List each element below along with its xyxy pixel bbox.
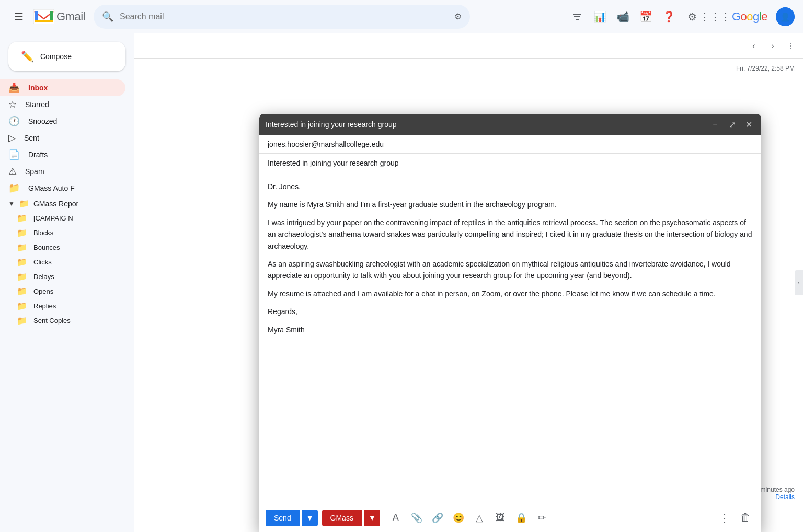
compose-window: Interested in joining your research grou… xyxy=(259,114,761,532)
compose-body: jones.hoosier@marshallcollege.edu Intere… xyxy=(259,135,761,532)
folder-icon-gmass-reports: 📁 xyxy=(19,199,29,209)
sidebar-item-starred[interactable]: ☆ Starred xyxy=(0,96,125,113)
gmail-logo: Gmail xyxy=(33,9,85,24)
sidebar-sub-item-sent-copies[interactable]: 📁 Sent Copies xyxy=(0,313,125,328)
sidebar-item-inbox-label: Inbox xyxy=(28,84,48,92)
pen-icon: ✏ xyxy=(538,512,546,524)
sidebar-sub-item-replies[interactable]: 📁 Replies xyxy=(0,298,125,313)
compose-content[interactable]: Dr. Jones, My name is Myra Smith and I'm… xyxy=(259,172,761,503)
format-text-button[interactable]: A xyxy=(386,508,405,527)
search-bar[interactable]: 🔍 ⚙ xyxy=(94,5,470,29)
folder-icon-delays: 📁 xyxy=(17,272,27,282)
sidebar-item-inbox[interactable]: 📥 Inbox xyxy=(0,79,125,96)
folder-icon-opens: 📁 xyxy=(17,286,27,296)
spreadsheet-icon[interactable]: 📊 xyxy=(590,6,611,27)
settings-filter-icon[interactable] xyxy=(567,6,588,27)
help-icon[interactable]: ❓ xyxy=(659,6,680,27)
send-button[interactable]: Send xyxy=(266,510,300,526)
star-icon: ☆ xyxy=(8,99,17,110)
sidebar-sub-item-clicks[interactable]: 📁 Clicks xyxy=(0,255,125,269)
insert-link-button[interactable]: 🔗 xyxy=(428,508,447,527)
gmass-button[interactable]: GMass xyxy=(322,510,362,526)
close-compose-button[interactable]: ✕ xyxy=(742,118,755,131)
sidebar-sub-item-bounces[interactable]: 📁 Bounces xyxy=(0,240,125,255)
sidebar-item-sent[interactable]: ▷ Sent xyxy=(0,130,125,146)
svg-rect-6 xyxy=(576,19,579,20)
view-options-icon[interactable]: ⋮ xyxy=(787,42,795,50)
insert-emoji-button[interactable]: 😊 xyxy=(449,508,468,527)
compose-toolbar: Send ▼ GMass ▼ A 📎 🔗 😊 xyxy=(259,503,761,532)
hamburger-menu-icon[interactable]: ☰ xyxy=(8,6,29,27)
previous-page-button[interactable]: ‹ xyxy=(745,38,762,54)
sidebar-sub-item-opens[interactable]: 📁 Opens xyxy=(0,284,125,298)
sidebar-sub-item-bounces-label: Bounces xyxy=(33,244,60,251)
search-input[interactable] xyxy=(120,12,448,21)
signature-button[interactable]: ✏ xyxy=(533,508,552,527)
sidebar-item-gmass-reports[interactable]: ▼ 📁 GMass Repor xyxy=(0,196,134,211)
insert-drive-button[interactable]: △ xyxy=(470,508,489,527)
sidebar-sub-item-blocks[interactable]: 📁 Blocks xyxy=(0,225,125,240)
discard-draft-button[interactable]: 🗑 xyxy=(736,508,755,527)
send-icon: ▷ xyxy=(8,132,16,144)
compose-button[interactable]: ✏️ Compose xyxy=(8,42,125,71)
sidebar-item-starred-label: Starred xyxy=(25,100,49,109)
subject-field[interactable]: Interested in joining your research grou… xyxy=(259,154,761,172)
expand-arrow-icon: ▼ xyxy=(8,200,15,207)
spam-icon: ⚠ xyxy=(8,166,17,177)
calendar-icon[interactable]: 📅 xyxy=(636,6,657,27)
sidebar-item-spam[interactable]: ⚠ Spam xyxy=(0,163,125,180)
folder-icon-replies: 📁 xyxy=(17,301,27,311)
next-page-button[interactable]: › xyxy=(764,38,781,54)
sidebar-item-snoozed[interactable]: 🕐 Snoozed xyxy=(0,113,125,130)
nav-arrows: ‹ › xyxy=(745,38,781,54)
sidebar-sub-item-campaign[interactable]: 📁 [CAMPAIG N xyxy=(0,211,125,225)
maximize-button[interactable]: ⤢ xyxy=(726,118,738,131)
sidebar-sub-item-delays[interactable]: 📁 Delays xyxy=(0,269,125,284)
compose-label: Compose xyxy=(40,52,72,61)
insert-photo-button[interactable]: 🖼 xyxy=(491,508,510,527)
user-avatar[interactable]: 👤 xyxy=(776,7,795,26)
subject-field-value: Interested in joining your research grou… xyxy=(268,159,399,167)
sidebar-item-snoozed-label: Snoozed xyxy=(28,117,57,125)
email-date-info: Fri, 7/29/22, 2:58 PM xyxy=(736,65,795,72)
body-paragraph-signature: Myra Smith xyxy=(268,324,753,336)
body-paragraph-resume: My resume is attached and I am available… xyxy=(268,288,753,299)
sidebar-item-sent-label: Sent xyxy=(24,134,39,142)
svg-rect-3 xyxy=(35,20,53,22)
to-field[interactable]: jones.hoosier@marshallcollege.edu xyxy=(259,135,761,154)
sidebar-item-drafts[interactable]: 📄 Drafts xyxy=(0,146,125,163)
attach-file-button[interactable]: 📎 xyxy=(407,508,426,527)
photo-icon: 🖼 xyxy=(496,512,505,523)
sidebar-item-gmass-reports-label: GMass Repor xyxy=(33,200,78,208)
sidebar-item-gmass-auto[interactable]: 📁 GMass Auto F xyxy=(0,180,125,196)
apps-grid-icon[interactable]: ⋮⋮⋮ xyxy=(705,6,726,27)
inbox-icon: 📥 xyxy=(8,82,20,94)
google-logo-text: Google xyxy=(732,10,767,24)
link-icon: 🔗 xyxy=(432,512,443,524)
minimize-button[interactable]: − xyxy=(709,118,721,131)
sidebar-sub-item-sent-copies-label: Sent Copies xyxy=(33,317,71,325)
confidential-mode-button[interactable]: 🔒 xyxy=(512,508,531,527)
attach-icon: 📎 xyxy=(411,512,422,524)
pencil-icon: ✏️ xyxy=(21,50,34,63)
drive-icon: △ xyxy=(476,512,483,524)
draft-icon: 📄 xyxy=(8,149,20,160)
body-paragraph-greeting: Dr. Jones, xyxy=(268,181,753,192)
sidebar-sub-item-clicks-label: Clicks xyxy=(33,258,52,266)
gmail-app: ☰ Gmail 🔍 ⚙ 📊 xyxy=(0,0,803,532)
body-paragraph-aspiring: As an aspiring swashbuckling archeologis… xyxy=(268,258,753,282)
emoji-icon: 😊 xyxy=(453,512,464,524)
more-options-button[interactable]: ⋮ xyxy=(715,508,734,527)
compose-header: Interested in joining your research grou… xyxy=(259,114,761,135)
search-filter-icon[interactable]: ⚙ xyxy=(454,11,462,21)
sidebar-sub-item-opens-label: Opens xyxy=(33,287,53,295)
sidebar-sub-item-replies-label: Replies xyxy=(33,302,56,310)
collapse-panel-button[interactable]: › xyxy=(795,270,803,295)
compose-header-actions: − ⤢ ✕ xyxy=(709,118,755,131)
sidebar: ✏️ Compose 📥 Inbox ☆ Starred 🕐 Snoozed ▷… xyxy=(0,33,134,532)
gmass-dropdown-button[interactable]: ▼ xyxy=(364,510,380,526)
send-dropdown-button[interactable]: ▼ xyxy=(302,510,318,526)
google-branding: Google 👤 xyxy=(732,7,795,26)
meet-icon[interactable]: 📹 xyxy=(613,6,634,27)
sidebar-item-drafts-label: Drafts xyxy=(28,151,48,159)
